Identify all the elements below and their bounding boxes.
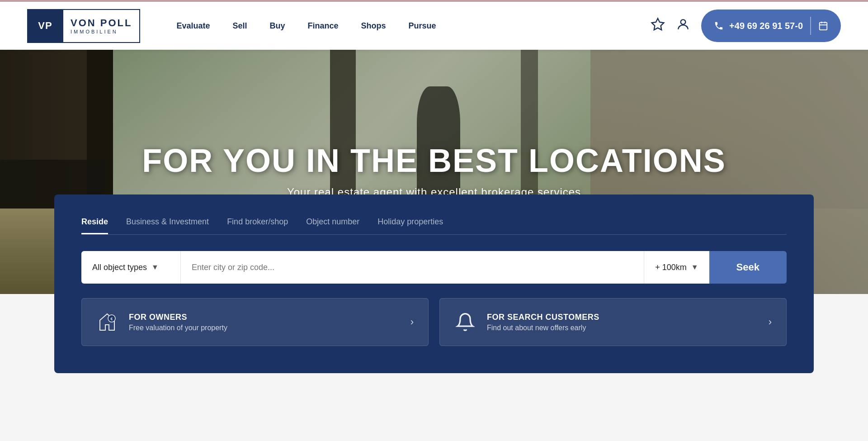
phone-divider [810, 17, 811, 35]
user-icon[interactable] [676, 17, 690, 35]
phone-number: +49 69 26 91 57-0 [729, 21, 803, 31]
logo-text: VON POLL IMMOBILIEN [63, 9, 140, 43]
cta-owners-arrow-icon: › [410, 316, 414, 328]
cta-search-arrow-icon: › [769, 316, 772, 328]
radius-dropdown[interactable]: + 100km ▼ [644, 251, 709, 284]
hero-text: FOR YOU IN THE BEST LOCATIONS Your real … [43, 143, 825, 199]
phone-button[interactable]: +49 69 26 91 57-0 [701, 9, 841, 42]
search-panel: Reside Business & Investment Find broker… [54, 194, 814, 373]
cta-search-title: FOR SEARCH CUSTOMERS [487, 313, 758, 322]
tab-business[interactable]: Business & Investment [126, 217, 209, 234]
logo-name: VON POLL [71, 17, 132, 29]
logo-subtitle: IMMOBILIEN [71, 29, 132, 34]
object-type-dropdown[interactable]: All object types ▼ [81, 251, 181, 284]
svg-marker-0 [652, 18, 664, 29]
cta-card-search-customers[interactable]: FOR SEARCH CUSTOMERS Find out about new … [439, 298, 787, 346]
tab-holiday[interactable]: Holiday properties [377, 217, 443, 234]
header: VP VON POLL IMMOBILIEN Evaluate Sell Buy… [0, 0, 868, 50]
chevron-down-icon: ▼ [151, 263, 159, 271]
nav-item-pursue[interactable]: Pursue [409, 21, 436, 31]
search-tabs: Reside Business & Investment Find broker… [81, 217, 787, 235]
nav-item-sell[interactable]: Sell [233, 21, 247, 31]
nav-item-shops[interactable]: Shops [361, 21, 386, 31]
hero-title: FOR YOU IN THE BEST LOCATIONS [43, 143, 825, 179]
cta-search-desc: Find out about new offers early [487, 324, 758, 332]
nav-item-evaluate[interactable]: Evaluate [176, 21, 210, 31]
main-nav: Evaluate Sell Buy Finance Shops Pursue [176, 21, 651, 31]
cta-search-content: FOR SEARCH CUSTOMERS Find out about new … [487, 313, 758, 332]
cta-cards: € FOR OWNERS Free valuation of your prop… [81, 298, 787, 346]
search-bar: All object types ▼ + 100km ▼ Seek [81, 251, 787, 284]
svg-text:€: € [110, 317, 113, 321]
radius-label: + 100km [655, 263, 687, 272]
header-actions: +49 69 26 91 57-0 [651, 9, 841, 42]
cta-card-owners[interactable]: € FOR OWNERS Free valuation of your prop… [81, 298, 429, 346]
favorites-icon[interactable] [651, 17, 665, 35]
tab-broker[interactable]: Find broker/shop [227, 217, 288, 234]
bell-icon [454, 312, 476, 332]
radius-chevron-icon: ▼ [691, 263, 698, 271]
object-type-label: All object types [92, 263, 147, 272]
cta-owners-desc: Free valuation of your property [129, 324, 400, 332]
search-bar-inner: All object types ▼ + 100km ▼ [81, 251, 709, 284]
logo[interactable]: VP VON POLL IMMOBILIEN [27, 9, 140, 43]
phone-icon [714, 21, 724, 31]
nav-item-buy[interactable]: Buy [270, 21, 285, 31]
seek-button[interactable]: Seek [709, 251, 787, 284]
tab-reside[interactable]: Reside [81, 217, 108, 234]
cta-owners-content: FOR OWNERS Free valuation of your proper… [129, 313, 400, 332]
svg-rect-2 [820, 23, 827, 30]
cta-owners-title: FOR OWNERS [129, 313, 400, 322]
city-input[interactable] [181, 251, 644, 284]
logo-initials: VP [27, 9, 63, 43]
house-euro-icon: € [96, 311, 118, 333]
nav-item-finance[interactable]: Finance [308, 21, 339, 31]
svg-point-1 [681, 19, 686, 24]
tab-object-number[interactable]: Object number [306, 217, 359, 234]
calendar-icon [818, 21, 828, 31]
